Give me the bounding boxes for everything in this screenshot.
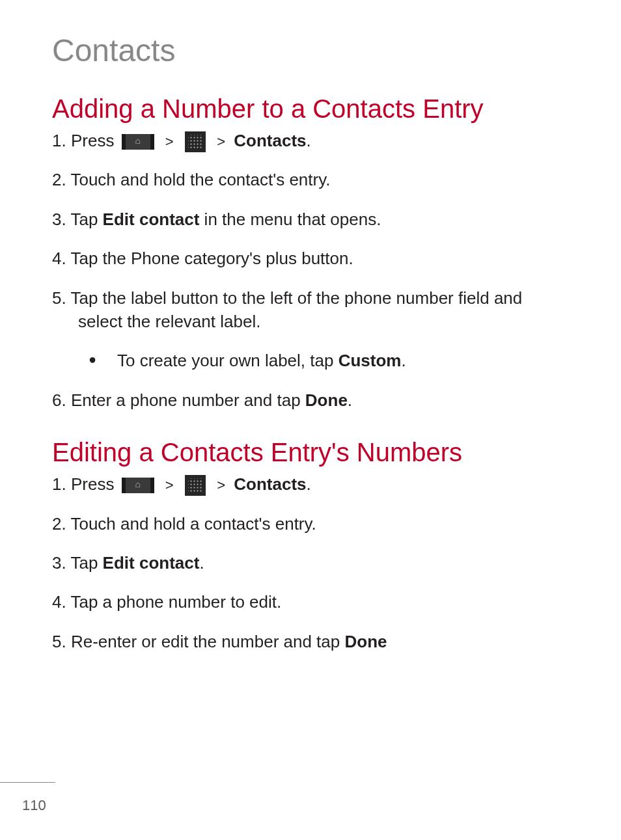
separator-icon: > (217, 476, 225, 496)
step-text: Press (71, 131, 114, 150)
page-number: 110 (22, 797, 46, 814)
text-punct: . (348, 390, 352, 410)
step-text: 3. Tap (52, 553, 103, 573)
step-3-b: 3. Tap Edit contact. (52, 551, 569, 575)
step-5-b: 5. Re-enter or edit the number and tap D… (52, 630, 569, 653)
apps-grid-icon (185, 475, 206, 496)
menu-item-edit-contact: Edit contact (103, 553, 200, 573)
step-4-b: 4. Tap a phone number to edit. (52, 590, 569, 614)
step-4: 4. Tap the Phone category's plus button. (52, 247, 569, 270)
step-text: Press (71, 474, 114, 494)
step-1-b: 1. Press > > Contacts. (52, 472, 569, 496)
menu-item-contacts: Contacts (234, 131, 306, 150)
menu-item-contacts: Contacts (234, 474, 306, 494)
step-6: 6. Enter a phone number and tap Done. (52, 388, 569, 412)
home-button-icon (122, 478, 154, 493)
separator-icon: > (165, 476, 174, 496)
step-5: 5. Tap the label button to the left of t… (52, 286, 569, 334)
button-done: Done (345, 632, 387, 651)
step-text: 3. Tap (52, 210, 103, 229)
text-punct: . (307, 474, 311, 494)
step-1: 1. Press > > Contacts. (52, 129, 569, 152)
footer-divider (0, 782, 55, 783)
step-2-b: 2. Touch and hold a contact's entry. (52, 512, 569, 535)
separator-icon: > (217, 132, 225, 152)
section-heading-editing: Editing a Contacts Entry's Numbers (52, 438, 569, 467)
step-3: 3. Tap Edit contact in the menu that ope… (52, 208, 569, 231)
step-2: 2. Touch and hold the contact's entry. (52, 168, 569, 191)
menu-item-edit-contact: Edit contact (103, 210, 200, 229)
text-punct: . (401, 351, 406, 370)
apps-grid-icon (185, 131, 206, 152)
menu-item-custom: Custom (338, 351, 402, 370)
text-punct: . (307, 131, 311, 150)
step-text: in the menu that opens. (199, 210, 381, 229)
section-heading-adding: Adding a Number to a Contacts Entry (52, 94, 569, 124)
separator-icon: > (165, 132, 174, 152)
button-done: Done (305, 390, 348, 410)
page-title: Contacts (52, 33, 569, 68)
step-text: 5. Re-enter or edit the number and tap (52, 632, 345, 651)
bullet-custom-label: To create your own label, tap Custom. (52, 349, 569, 372)
text-punct: . (199, 553, 204, 573)
home-button-icon (122, 134, 154, 150)
step-text: 6. Enter a phone number and tap (52, 390, 305, 410)
step-number: 1. (52, 131, 66, 150)
bullet-text: To create your own label, tap (117, 351, 338, 370)
step-number: 1. (52, 474, 66, 494)
